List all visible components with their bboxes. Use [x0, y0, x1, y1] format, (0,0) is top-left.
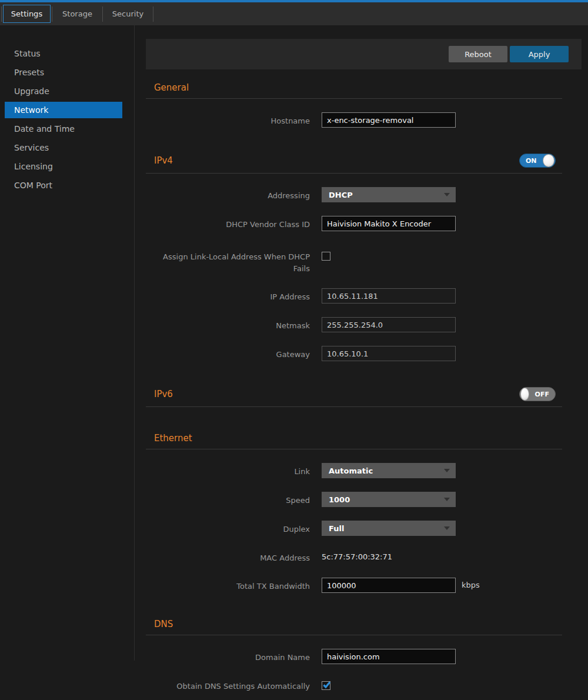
- duplex-label: Duplex: [146, 521, 310, 536]
- ipv4-toggle-label: ON: [520, 157, 543, 165]
- addressing-label: Addressing: [146, 187, 310, 202]
- link-label: Link: [146, 463, 310, 478]
- obtain-dns-checkbox[interactable]: [322, 681, 330, 690]
- link-selected-value: Automatic: [329, 466, 373, 475]
- section-title-ethernet: Ethernet: [146, 433, 192, 444]
- section-ipv4-header: IPv4 ON: [146, 154, 562, 168]
- section-general-header: General: [146, 82, 562, 93]
- link-local-label: Assign Link-Local Address When DHCP Fail…: [146, 248, 310, 275]
- netmask-row: Netmask: [146, 317, 582, 332]
- sidebar-item-date-and-time[interactable]: Date and Time: [5, 121, 122, 137]
- speed-label: Speed: [146, 492, 310, 507]
- speed-selected-value: 1000: [329, 495, 350, 504]
- section-ipv6-header: IPv6 OFF: [146, 387, 562, 401]
- section-title-dns: DNS: [146, 619, 173, 629]
- tab-settings[interactable]: Settings: [2, 2, 52, 25]
- dhcp-vendor-input[interactable]: [322, 216, 456, 231]
- section-dns-header: DNS: [146, 619, 562, 629]
- gateway-row: Gateway: [146, 346, 582, 361]
- mac-address-value: 5c:77:57:00:32:71: [322, 549, 392, 561]
- section-divider: [146, 98, 562, 99]
- tab-storage-label: Storage: [62, 9, 92, 18]
- tab-settings-label: Settings: [3, 5, 51, 23]
- sidebar-item-licensing[interactable]: Licensing: [5, 158, 122, 175]
- dhcp-vendor-label: DHCP Vendor Class ID: [146, 216, 310, 231]
- speed-row: Speed 1000: [146, 492, 582, 507]
- link-local-checkbox[interactable]: [322, 252, 330, 261]
- tab-security[interactable]: Security: [103, 2, 153, 25]
- reboot-button[interactable]: Reboot: [449, 46, 507, 62]
- addressing-row: Addressing DHCP: [146, 187, 582, 202]
- section-title-ipv6: IPv6: [146, 389, 173, 399]
- tx-bandwidth-unit: kbps: [462, 578, 480, 593]
- section-divider: [146, 406, 562, 407]
- netmask-label: Netmask: [146, 317, 310, 332]
- ipv6-toggle[interactable]: OFF: [519, 387, 556, 401]
- chevron-down-icon: [444, 498, 450, 501]
- duplex-dropdown[interactable]: Full: [322, 521, 456, 536]
- apply-button[interactable]: Apply: [510, 46, 569, 62]
- ip-address-input[interactable]: [322, 288, 456, 304]
- ipv4-toggle[interactable]: ON: [519, 154, 556, 168]
- sidebar-item-presets[interactable]: Presets: [5, 64, 122, 81]
- section-ethernet-header: Ethernet: [146, 433, 562, 444]
- chevron-down-icon: [444, 469, 450, 472]
- domain-name-label: Domain Name: [146, 649, 310, 664]
- domain-name-input[interactable]: [322, 649, 456, 664]
- gateway-input[interactable]: [322, 346, 456, 361]
- gateway-label: Gateway: [146, 346, 310, 361]
- ip-address-label: IP Address: [146, 288, 310, 304]
- netmask-input[interactable]: [322, 317, 456, 332]
- link-local-row: Assign Link-Local Address When DHCP Fail…: [146, 248, 582, 275]
- ip-address-row: IP Address: [146, 288, 582, 304]
- section-title-ipv4: IPv4: [146, 155, 173, 166]
- sidebar-nav: Status Presets Upgrade Network Date and …: [0, 25, 135, 661]
- chevron-down-icon: [444, 193, 450, 196]
- ipv6-toggle-label: OFF: [529, 391, 555, 398]
- top-tab-bar: Settings Storage Security: [0, 0, 588, 25]
- obtain-dns-label: Obtain DNS Settings Automatically: [146, 678, 310, 692]
- section-title-general: General: [146, 82, 189, 93]
- toggle-knob: [543, 154, 554, 167]
- chevron-down-icon: [444, 526, 450, 530]
- network-settings-page: Reboot Apply General Hostname IPv4 ON Ad…: [135, 25, 588, 700]
- duplex-selected-value: Full: [329, 524, 344, 533]
- sidebar-item-upgrade[interactable]: Upgrade: [5, 83, 122, 99]
- tx-bandwidth-input[interactable]: [322, 578, 456, 593]
- speed-dropdown[interactable]: 1000: [322, 492, 456, 507]
- section-divider: [146, 635, 562, 635]
- tab-separator: [153, 6, 153, 22]
- checkmark-icon: [322, 681, 331, 689]
- mac-address-label: MAC Address: [146, 549, 310, 564]
- addressing-selected-value: DHCP: [329, 191, 353, 199]
- sidebar-item-services[interactable]: Services: [5, 139, 122, 156]
- action-toolbar: Reboot Apply: [146, 39, 582, 69]
- link-row: Link Automatic: [146, 463, 582, 478]
- sidebar-item-com-port[interactable]: COM Port: [5, 177, 122, 194]
- main-area: Status Presets Upgrade Network Date and …: [0, 25, 588, 700]
- mac-address-row: MAC Address 5c:77:57:00:32:71: [146, 549, 582, 564]
- duplex-row: Duplex Full: [146, 521, 582, 536]
- sidebar-item-network[interactable]: Network: [5, 102, 122, 118]
- tx-bandwidth-row: Total TX Bandwidth kbps: [146, 578, 582, 593]
- section-divider: [146, 173, 562, 174]
- tx-bandwidth-label: Total TX Bandwidth: [146, 578, 310, 593]
- obtain-dns-row: Obtain DNS Settings Automatically: [146, 678, 582, 692]
- tab-security-label: Security: [112, 9, 143, 18]
- toggle-knob: [520, 388, 529, 401]
- hostname-input[interactable]: [322, 112, 456, 128]
- dhcp-vendor-row: DHCP Vendor Class ID: [146, 216, 582, 231]
- hostname-label: Hostname: [146, 112, 310, 128]
- addressing-dropdown[interactable]: DHCP: [322, 187, 456, 202]
- section-divider: [146, 449, 562, 449]
- tab-storage[interactable]: Storage: [52, 2, 102, 25]
- link-dropdown[interactable]: Automatic: [322, 463, 456, 478]
- hostname-row: Hostname: [146, 112, 582, 128]
- sidebar-item-status[interactable]: Status: [5, 45, 122, 62]
- domain-name-row: Domain Name: [146, 649, 582, 664]
